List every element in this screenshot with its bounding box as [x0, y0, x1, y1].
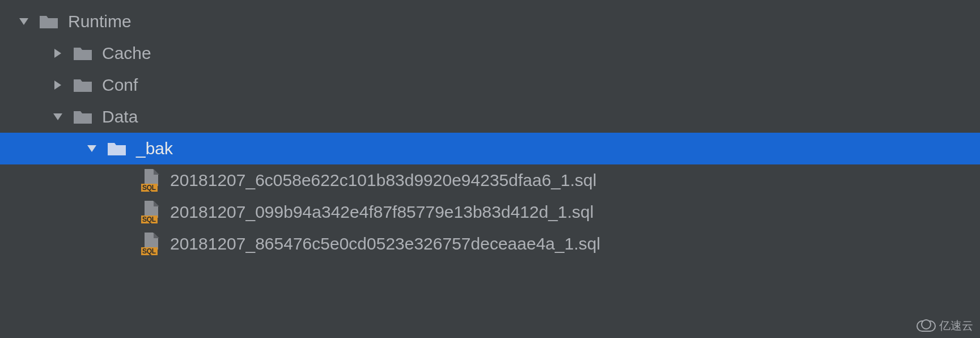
- tree-item-file[interactable]: SQL 20181207_6c058e622c101b83d9920e94235…: [0, 164, 980, 196]
- file-tree: Runtime Cache Conf Data: [0, 0, 980, 260]
- sql-file-icon: SQL: [141, 235, 161, 252]
- tree-item-runtime[interactable]: Runtime: [0, 6, 980, 37]
- sql-file-icon: SQL: [141, 204, 161, 221]
- disclosure-triangle-icon[interactable]: [50, 45, 66, 61]
- tree-item-label: 20181207_865476c5e0cd0523e326757deceaae4…: [170, 235, 600, 252]
- disclosure-triangle-icon[interactable]: [16, 14, 32, 29]
- disclosure-triangle-icon[interactable]: [50, 77, 66, 93]
- folder-icon: [73, 77, 93, 94]
- tree-item-data[interactable]: Data: [0, 101, 980, 133]
- tree-item-label: 20181207_6c058e622c101b83d9920e94235dfaa…: [170, 172, 596, 189]
- folder-icon: [73, 45, 93, 62]
- tree-item-file[interactable]: SQL 20181207_865476c5e0cd0523e326757dece…: [0, 228, 980, 260]
- cloud-icon: [915, 319, 936, 333]
- tree-item-bak[interactable]: _bak: [0, 133, 980, 164]
- sql-file-icon: SQL: [141, 172, 161, 189]
- disclosure-triangle-icon[interactable]: [50, 109, 66, 125]
- watermark-label: 亿速云: [939, 318, 973, 333]
- tree-item-label: Data: [102, 108, 138, 125]
- folder-icon: [73, 108, 93, 125]
- tree-item-cache[interactable]: Cache: [0, 37, 980, 69]
- tree-item-label: Cache: [102, 45, 151, 62]
- tree-item-label: _bak: [136, 140, 173, 157]
- watermark: 亿速云: [915, 318, 973, 333]
- tree-item-label: Runtime: [68, 13, 131, 30]
- folder-icon: [39, 13, 59, 30]
- tree-item-label: Conf: [102, 77, 138, 94]
- disclosure-triangle-icon[interactable]: [84, 141, 100, 157]
- tree-item-file[interactable]: SQL 20181207_099b94a342e4f87f85779e13b83…: [0, 196, 980, 228]
- tree-item-label: 20181207_099b94a342e4f87f85779e13b83d412…: [170, 204, 593, 221]
- tree-item-conf[interactable]: Conf: [0, 69, 980, 101]
- folder-icon: [107, 140, 127, 157]
